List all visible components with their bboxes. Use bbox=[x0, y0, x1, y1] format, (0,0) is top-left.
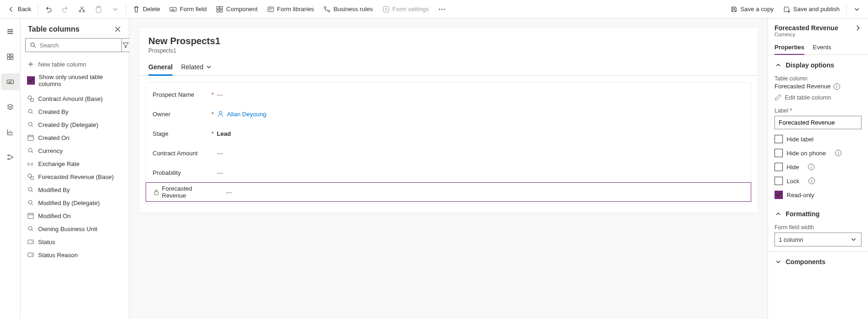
redo-icon bbox=[61, 6, 69, 13]
cut-button[interactable] bbox=[73, 0, 90, 19]
save-publish-dropdown[interactable] bbox=[848, 0, 865, 19]
paste-dropdown[interactable] bbox=[107, 0, 124, 19]
decimal-icon bbox=[27, 160, 34, 167]
optionset-icon bbox=[27, 251, 34, 259]
formlib-icon bbox=[267, 6, 274, 13]
info-icon[interactable]: i bbox=[808, 178, 815, 184]
command-bar: Back Delete Form field Component Form li… bbox=[0, 0, 868, 19]
form-field-row[interactable]: Forecasted Revenue--- bbox=[146, 182, 751, 202]
field-name: Prospect Name bbox=[153, 91, 208, 98]
redo-button[interactable] bbox=[57, 0, 73, 19]
formsettings-label: Form settings bbox=[393, 6, 429, 13]
column-label: Forecasted Revenue (Base) bbox=[38, 173, 114, 180]
nav-rail bbox=[0, 19, 20, 319]
field-name: Stage bbox=[153, 130, 208, 137]
formlibraries-button[interactable]: Form libraries bbox=[262, 0, 319, 19]
rail-layers[interactable] bbox=[1, 99, 20, 115]
readonly-checkbox[interactable]: Read-only bbox=[775, 191, 861, 199]
field-name: Owner bbox=[153, 111, 208, 118]
hide-on-phone-checkbox[interactable]: Hide on phone i bbox=[775, 149, 861, 157]
new-column-link[interactable]: New table column bbox=[25, 58, 124, 71]
paste-button[interactable] bbox=[90, 0, 107, 19]
hide-label-checkbox[interactable]: Hide label bbox=[775, 135, 861, 143]
form-field-row[interactable]: Contract Amount--- bbox=[146, 143, 751, 163]
rail-hamburger[interactable] bbox=[1, 23, 20, 40]
column-item[interactable]: Forecasted Revenue (Base) bbox=[20, 170, 129, 183]
column-item[interactable]: Modified On bbox=[20, 209, 129, 222]
column-item[interactable]: Currency bbox=[20, 144, 129, 157]
form-field-row[interactable]: Stage*Lead bbox=[146, 124, 751, 143]
hide-checkbox[interactable]: Hide i bbox=[775, 163, 861, 171]
column-item[interactable]: Contract Amount (Base) bbox=[20, 92, 129, 105]
form-field-row[interactable]: Probability--- bbox=[146, 163, 751, 182]
column-label: Created By bbox=[38, 108, 68, 115]
businessrules-button[interactable]: Business rules bbox=[319, 0, 378, 19]
optionset-icon bbox=[27, 238, 34, 246]
back-button[interactable]: Back bbox=[3, 0, 36, 19]
more-icon bbox=[438, 6, 446, 13]
columns-list: Contract Amount (Base)Created ByCreated … bbox=[20, 92, 129, 319]
form-canvas: New Prospects1 Prospects1 General Relate… bbox=[129, 19, 768, 319]
user-icon bbox=[217, 110, 224, 118]
arrow-left-icon bbox=[7, 6, 15, 13]
column-item[interactable]: Created By (Delegate) bbox=[20, 118, 129, 131]
component-button[interactable]: Component bbox=[211, 0, 262, 19]
lock-icon bbox=[153, 188, 160, 196]
table-column-value: Forecasted Revenuei bbox=[775, 83, 861, 90]
formsettings-button[interactable]: Form settings bbox=[378, 0, 434, 19]
info-icon[interactable]: i bbox=[835, 150, 841, 156]
search-input[interactable] bbox=[40, 42, 118, 49]
save-icon bbox=[730, 6, 738, 13]
save-copy-button[interactable]: Save a copy bbox=[726, 0, 779, 19]
tab-events[interactable]: Events bbox=[813, 40, 831, 54]
lock-checkbox[interactable]: Lock i bbox=[775, 177, 861, 185]
field-name: Contract Amount bbox=[153, 150, 208, 157]
column-item[interactable]: Modified By (Delegate) bbox=[20, 196, 129, 209]
table-columns-panel: Table columns New table column bbox=[20, 19, 129, 319]
section-formatting[interactable]: Formatting bbox=[768, 204, 868, 221]
info-icon[interactable]: i bbox=[834, 83, 840, 90]
tab-general[interactable]: General bbox=[148, 60, 173, 75]
info-icon[interactable]: i bbox=[808, 164, 815, 170]
formfield-button[interactable]: Form field bbox=[165, 0, 211, 19]
edit-table-column-link[interactable]: Edit table column bbox=[775, 93, 861, 101]
save-publish-button[interactable]: Save and publish bbox=[778, 0, 844, 19]
rail-columns[interactable] bbox=[1, 73, 20, 90]
label-input[interactable] bbox=[775, 116, 861, 129]
form-card: New Prospects1 Prospects1 General Relate… bbox=[139, 27, 758, 213]
component-label: Component bbox=[226, 6, 257, 13]
delete-button[interactable]: Delete bbox=[128, 0, 165, 19]
column-item[interactable]: Status bbox=[20, 235, 129, 248]
show-unused-checkbox[interactable]: Show only unused table columns bbox=[25, 71, 124, 90]
display-options-label: Display options bbox=[786, 61, 834, 69]
tab-related[interactable]: Related bbox=[181, 60, 213, 75]
form-field-row[interactable]: Prospect Name*--- bbox=[146, 85, 751, 104]
lookup-icon bbox=[27, 186, 34, 193]
column-item[interactable]: Created By bbox=[20, 105, 129, 118]
section-display-options[interactable]: Display options bbox=[768, 55, 868, 73]
rail-components[interactable] bbox=[1, 48, 20, 65]
filter-icon bbox=[122, 41, 129, 49]
tree-icon bbox=[7, 153, 14, 161]
expand-panel-button[interactable] bbox=[854, 24, 861, 32]
rail-tree[interactable] bbox=[1, 149, 20, 166]
column-item[interactable]: Modified By bbox=[20, 183, 129, 196]
chevron-down-icon bbox=[775, 258, 782, 266]
overflow-button[interactable] bbox=[434, 0, 450, 19]
width-select[interactable]: 1 column bbox=[775, 233, 861, 246]
column-item[interactable]: Owning Business Unit bbox=[20, 222, 129, 235]
form-field-row[interactable]: Owner*Allan Deyoung bbox=[146, 104, 751, 124]
tab-properties[interactable]: Properties bbox=[775, 40, 804, 54]
column-label: Status bbox=[38, 239, 55, 246]
property-title: Forecasted Revenue bbox=[775, 24, 854, 32]
column-item[interactable]: Created On bbox=[20, 131, 129, 144]
column-item[interactable]: Status Reason bbox=[20, 248, 129, 261]
chevron-up-icon bbox=[775, 210, 782, 218]
close-panel-button[interactable] bbox=[114, 26, 121, 33]
column-label: Owning Business Unit bbox=[38, 226, 97, 233]
undo-button[interactable] bbox=[40, 0, 57, 19]
column-label: Currency bbox=[38, 147, 63, 154]
column-item[interactable]: Exchange Rate bbox=[20, 157, 129, 170]
rail-chart[interactable] bbox=[1, 124, 20, 140]
section-components[interactable]: Components bbox=[768, 251, 868, 272]
